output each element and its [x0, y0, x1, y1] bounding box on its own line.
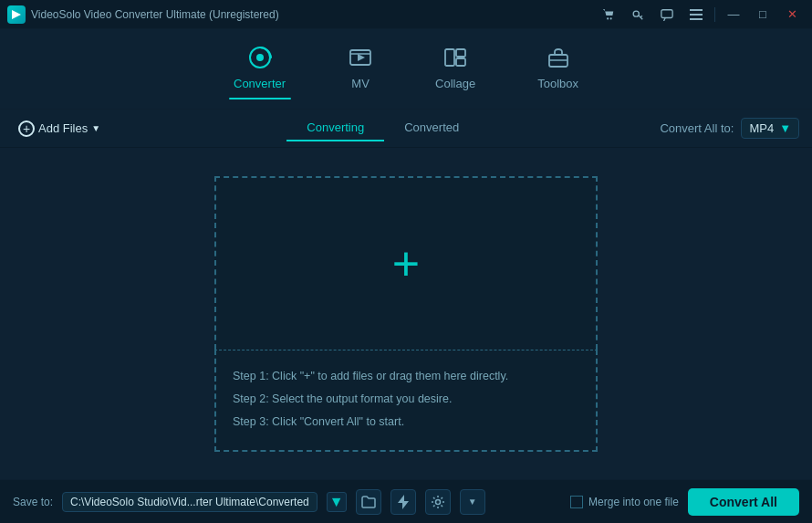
step-1: Step 1: Click "+" to add files or drag t… [233, 365, 579, 388]
nav-collage-label: Collage [435, 77, 475, 90]
settings-button[interactable] [425, 489, 451, 515]
nav-mv-label: MV [351, 77, 370, 90]
nav-mv[interactable]: MV [335, 40, 386, 98]
nav-converter[interactable]: Converter [221, 40, 298, 98]
main-content: + Step 1: Click "+" to add files or drag… [0, 148, 812, 479]
svg-point-1 [607, 17, 609, 19]
tab-converting[interactable]: Converting [286, 115, 384, 141]
close-button[interactable]: ✕ [779, 5, 805, 25]
settings-extra-button[interactable]: ▼ [460, 489, 485, 515]
maximize-button[interactable]: □ [750, 5, 776, 25]
convert-all-to: Convert All to: MP4 ▼ [660, 118, 799, 139]
step-3: Step 3: Click "Convert All" to start. [233, 411, 579, 434]
add-files-circle-icon: + [18, 120, 35, 137]
toolbox-icon [546, 46, 571, 73]
nav-toolbox[interactable]: Toolbox [525, 40, 591, 98]
menu-icon[interactable] [683, 5, 709, 25]
svg-point-18 [435, 499, 440, 504]
add-files-label: Add Files [38, 121, 88, 135]
nav-toolbox-label: Toolbox [537, 77, 578, 90]
format-select[interactable]: MP4 ▼ [741, 118, 799, 139]
format-value: MP4 [749, 121, 774, 135]
svg-marker-17 [398, 495, 409, 509]
step-2: Step 2: Select the output format you des… [233, 388, 579, 411]
svg-point-2 [610, 17, 612, 19]
drop-zone[interactable]: + Step 1: Click "+" to add files or drag… [214, 176, 598, 452]
svg-rect-7 [690, 18, 703, 20]
svg-point-9 [256, 54, 264, 61]
app-title: VideoSolo Video Converter Ultimate (Unre… [31, 8, 279, 21]
merge-label[interactable]: Merge into one file [588, 496, 679, 508]
svg-rect-6 [690, 14, 703, 16]
add-files-button[interactable]: + Add Files ▼ [13, 117, 106, 141]
format-dropdown-arrow: ▼ [779, 121, 791, 135]
toolbar: + Add Files ▼ Converting Converted Conve… [0, 110, 812, 148]
nav-collage[interactable]: Collage [422, 40, 488, 98]
open-folder-button[interactable] [356, 489, 381, 515]
save-path-text: C:\VideoSolo Studio\Vid...rter Ultimate\… [70, 496, 309, 508]
drop-zone-instructions: Step 1: Click "+" to add files or drag t… [214, 350, 598, 452]
save-to-label: Save to: [13, 496, 53, 508]
mv-icon [348, 46, 373, 73]
convert-all-to-label: Convert All to: [660, 121, 734, 135]
title-bar-left: VideoSolo Video Converter Ultimate (Unre… [7, 5, 279, 24]
flash-button[interactable] [390, 489, 416, 515]
save-path-display: C:\VideoSolo Studio\Vid...rter Ultimate\… [62, 492, 318, 512]
svg-rect-14 [456, 58, 465, 66]
svg-rect-12 [445, 49, 454, 66]
convert-all-button[interactable]: Convert All [688, 488, 799, 516]
save-path-dropdown-arrow: ▼ [329, 494, 344, 510]
svg-rect-5 [690, 9, 703, 11]
drop-zone-plus-icon: + [392, 240, 420, 288]
save-path-dropdown-button[interactable]: ▼ [327, 492, 347, 512]
cart-icon[interactable] [596, 5, 621, 25]
svg-marker-0 [12, 10, 21, 19]
svg-rect-4 [661, 9, 672, 17]
nav-converter-label: Converter [234, 77, 286, 90]
minimize-button[interactable]: — [721, 5, 746, 25]
app-logo [7, 5, 26, 24]
key-icon[interactable] [625, 5, 651, 25]
nav-bar: Converter MV Collage [0, 29, 812, 110]
title-bar: VideoSolo Video Converter Ultimate (Unre… [0, 0, 812, 29]
svg-point-3 [633, 11, 639, 16]
tab-converted[interactable]: Converted [384, 115, 479, 141]
merge-checkbox[interactable] [570, 496, 583, 508]
collage-icon [442, 46, 468, 73]
drop-zone-top[interactable]: + [214, 176, 598, 350]
footer: Save to: C:\VideoSolo Studio\Vid...rter … [0, 479, 812, 523]
chat-icon[interactable] [654, 5, 680, 25]
svg-rect-13 [456, 49, 465, 57]
add-files-dropdown-arrow: ▼ [91, 123, 100, 133]
converter-icon [247, 46, 273, 73]
toolbar-tabs: Converting Converted [106, 115, 660, 141]
merge-checkbox-area: Merge into one file [570, 496, 679, 508]
settings-extra-arrow: ▼ [468, 497, 477, 507]
window-controls: — □ ✕ [596, 5, 805, 25]
